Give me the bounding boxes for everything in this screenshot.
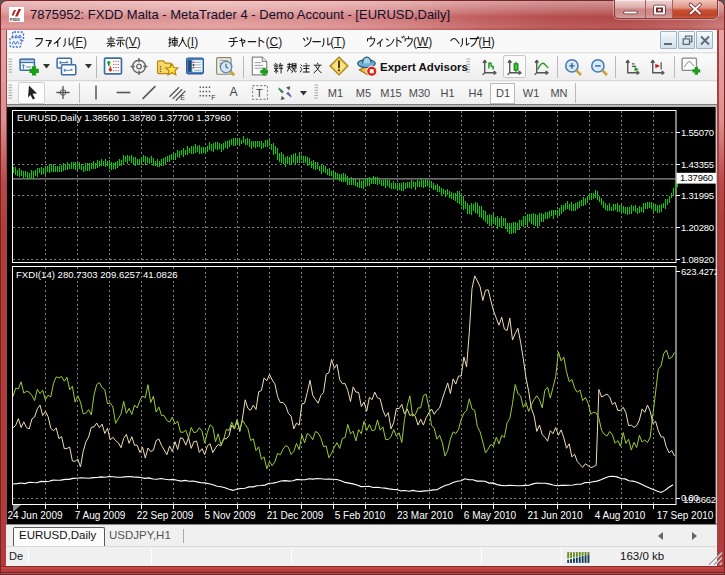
svg-text:21 Jun 2010: 21 Jun 2010 [527,510,582,521]
svg-text:23 Mar 2010: 23 Mar 2010 [397,510,454,521]
svg-text:FXDD: FXDD [10,18,20,22]
svg-text:17 Sep 2010: 17 Sep 2010 [657,510,714,521]
svg-text:19.8662: 19.8662 [683,494,716,505]
svg-text:24 Jun 2009: 24 Jun 2009 [7,510,62,521]
svg-text:7 Aug 2009: 7 Aug 2009 [75,510,126,521]
svg-text:5 Feb 2010: 5 Feb 2010 [335,510,386,521]
svg-text:1.20280: 1.20280 [681,222,714,233]
svg-text:A: A [229,85,238,99]
svg-text:T: T [256,86,263,99]
svg-text:21 Dec 2009: 21 Dec 2009 [267,510,324,521]
svg-text:4 Aug 2010: 4 Aug 2010 [595,510,646,521]
svg-text:EURUSD,Daily 1.38560 1.38780: EURUSD,Daily 1.38560 1.38780 1.37700 1.3… [17,112,231,123]
svg-text:1.43355: 1.43355 [681,159,714,170]
svg-text:1.55070: 1.55070 [681,127,714,138]
svg-text:1.08920: 1.08920 [681,254,714,265]
svg-text:5 Nov 2009: 5 Nov 2009 [204,510,256,521]
svg-text:1.31995: 1.31995 [681,190,714,201]
svg-text:22 Sep 2009: 22 Sep 2009 [137,510,194,521]
svg-text:FXDI(14) 280.7303 209.6257 41.: FXDI(14) 280.7303 209.6257 41.0826 [16,269,178,280]
svg-text:E: E [180,94,185,101]
svg-text:1.37960: 1.37960 [680,172,713,183]
svg-text:6 May 2010: 6 May 2010 [464,510,517,521]
svg-text:F: F [211,94,215,101]
svg-text:623.4272: 623.4272 [681,266,717,277]
